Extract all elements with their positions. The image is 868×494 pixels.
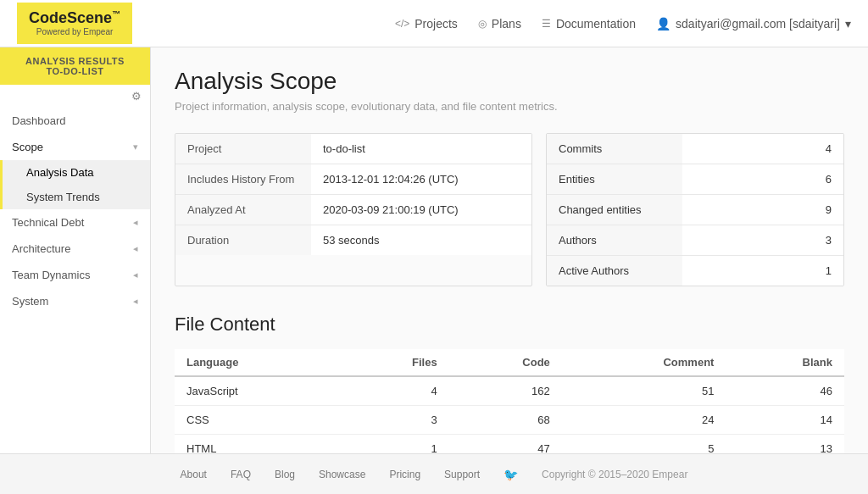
table-row: Active Authors 1 bbox=[547, 256, 843, 286]
chevron-left-icon: ◂ bbox=[133, 243, 138, 254]
footer-link-blog[interactable]: Blog bbox=[275, 469, 295, 480]
twitter-icon[interactable]: 🐦 bbox=[504, 468, 518, 481]
nav-projects[interactable]: </> Projects bbox=[395, 17, 458, 31]
file-content-table: Language Files Code Comment Blank JavaSc… bbox=[175, 349, 844, 453]
chevron-down-icon: ▾ bbox=[845, 17, 851, 31]
file-content-title: File Content bbox=[175, 314, 844, 336]
plans-icon: ◎ bbox=[478, 18, 487, 30]
sidebar-item-architecture[interactable]: Architecture ◂ bbox=[0, 236, 150, 262]
copyright: Copyright © 2015–2020 Empear bbox=[542, 469, 687, 480]
sidebar-subitem-analysis-data[interactable]: Analysis Data bbox=[0, 160, 150, 185]
table-row: Commits 4 bbox=[547, 134, 843, 164]
page-title: Analysis Scope bbox=[175, 68, 844, 95]
nav-documentation[interactable]: ☰ Documentation bbox=[542, 17, 636, 31]
user-menu[interactable]: 👤 sdaityari@gmail.com [sdaityari] ▾ bbox=[656, 17, 851, 31]
table-row: Changed entities 9 bbox=[547, 195, 843, 225]
file-content-table-wrapper: Language Files Code Comment Blank JavaSc… bbox=[175, 349, 844, 453]
table-row: Authors 3 bbox=[547, 225, 843, 256]
footer-link-support[interactable]: Support bbox=[444, 469, 480, 480]
table-row: Project to-do-list bbox=[175, 134, 531, 164]
table-row: Entities 6 bbox=[547, 164, 843, 195]
page-subtitle: Project information, analysis scope, evo… bbox=[175, 100, 844, 113]
chevron-left-icon: ◂ bbox=[133, 269, 138, 280]
code-icon: </> bbox=[395, 18, 409, 30]
logo-subtitle: Powered by Empear bbox=[29, 27, 120, 37]
logo-title: CodeScene™ bbox=[29, 9, 120, 28]
project-info-table: Project to-do-list Includes History From… bbox=[175, 133, 532, 286]
main-content: Analysis Scope Project information, anal… bbox=[151, 47, 868, 453]
user-icon: 👤 bbox=[656, 17, 670, 31]
sidebar-header: ANALYSIS RESULTS TO-DO-LIST bbox=[0, 47, 150, 85]
footer-link-faq[interactable]: FAQ bbox=[231, 469, 251, 480]
table-row: CSS 3 68 24 14 bbox=[175, 406, 844, 435]
info-table: Project to-do-list Includes History From… bbox=[175, 134, 531, 255]
table-row: HTML 1 47 5 13 bbox=[175, 435, 844, 454]
sidebar-settings[interactable]: ⚙ bbox=[0, 85, 150, 108]
table-row: JavaScript 4 162 51 46 bbox=[175, 376, 844, 406]
chevron-down-icon: ▾ bbox=[133, 142, 138, 153]
logo[interactable]: CodeScene™ Powered by Empear bbox=[17, 3, 132, 45]
table-row: Duration 53 seconds bbox=[175, 225, 531, 256]
sidebar-item-technical-debt[interactable]: Technical Debt ◂ bbox=[0, 209, 150, 236]
sidebar-item-team-dynamics[interactable]: Team Dynamics ◂ bbox=[0, 262, 150, 288]
footer-link-about[interactable]: About bbox=[181, 469, 207, 480]
sidebar-item-dashboard[interactable]: Dashboard bbox=[0, 108, 150, 134]
sidebar: ANALYSIS RESULTS TO-DO-LIST ⚙ Dashboard … bbox=[0, 47, 151, 453]
gear-icon[interactable]: ⚙ bbox=[131, 90, 142, 103]
chevron-left-icon: ◂ bbox=[133, 217, 138, 228]
doc-icon: ☰ bbox=[542, 18, 551, 30]
layout: ANALYSIS RESULTS TO-DO-LIST ⚙ Dashboard … bbox=[0, 47, 868, 453]
table-row: Analyzed At 2020-03-09 21:00:19 (UTC) bbox=[175, 195, 531, 225]
sidebar-item-system[interactable]: System ◂ bbox=[0, 288, 150, 314]
table-header-row: Language Files Code Comment Blank bbox=[175, 349, 844, 376]
footer-link-pricing[interactable]: Pricing bbox=[389, 469, 420, 480]
header: CodeScene™ Powered by Empear </> Project… bbox=[0, 0, 868, 47]
sidebar-item-scope[interactable]: Scope ▾ bbox=[0, 134, 150, 160]
chevron-left-icon: ◂ bbox=[133, 296, 138, 307]
nav-plans[interactable]: ◎ Plans bbox=[478, 17, 521, 31]
scope-tables: Project to-do-list Includes History From… bbox=[175, 133, 844, 286]
sidebar-subitem-system-trends[interactable]: System Trends bbox=[0, 185, 150, 209]
stats-info-table: Commits 4 Entities 6 Changed entities 9 bbox=[547, 134, 843, 286]
nav: </> Projects ◎ Plans ☰ Documentation 👤 s… bbox=[395, 17, 851, 31]
footer-link-showcase[interactable]: Showcase bbox=[319, 469, 365, 480]
footer: About FAQ Blog Showcase Pricing Support … bbox=[0, 453, 868, 494]
stats-table: Commits 4 Entities 6 Changed entities 9 bbox=[546, 133, 844, 286]
table-row: Includes History From 2013-12-01 12:04:2… bbox=[175, 164, 531, 195]
